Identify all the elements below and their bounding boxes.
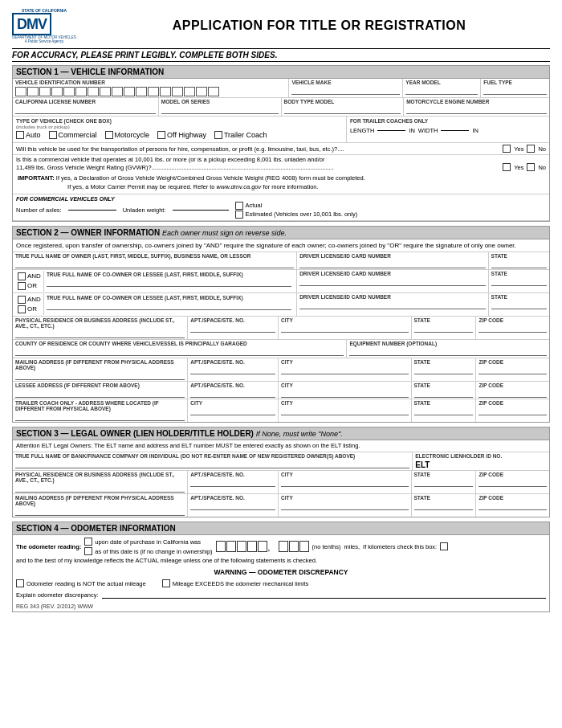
owner3-and-or: AND OR <box>15 294 44 315</box>
vin-box-10[interactable] <box>124 87 135 96</box>
make-input[interactable] <box>291 87 400 95</box>
apt-input[interactable] <box>190 325 275 333</box>
owner3-state-input[interactable] <box>491 301 547 309</box>
vin-box-12[interactable] <box>148 87 159 96</box>
owner1-name-input[interactable] <box>15 260 294 268</box>
vin-box-1[interactable] <box>15 87 26 96</box>
not-actual-checkbox[interactable] <box>16 579 24 587</box>
lessee-zip-input[interactable] <box>479 390 547 398</box>
lien-mailing-apt-input[interactable] <box>190 502 275 510</box>
vin-box-3[interactable] <box>39 87 51 96</box>
vin-box-6[interactable] <box>75 87 87 96</box>
trailer-addr-input[interactable] <box>15 413 185 421</box>
mailing-apt-input[interactable] <box>190 366 275 374</box>
commercial-yes-checkbox[interactable] <box>503 163 511 171</box>
owner2-and-checkbox[interactable] <box>18 272 26 280</box>
odo-box-8[interactable] <box>299 541 309 552</box>
vin-box-4[interactable] <box>51 87 63 96</box>
owner2-name-input[interactable] <box>47 279 291 287</box>
owner3-license-input[interactable] <box>299 301 485 309</box>
mailing-input[interactable] <box>15 372 185 380</box>
city-input[interactable] <box>281 325 409 333</box>
state-input[interactable] <box>414 325 474 333</box>
vin-box-9[interactable] <box>112 87 123 96</box>
commercial-q2-row: 11,499 lbs. Gross Vehicle Weight Rating … <box>16 163 546 171</box>
odo-box-1[interactable] <box>216 541 226 552</box>
year-input[interactable] <box>405 87 478 95</box>
vin-box-8[interactable] <box>100 87 111 96</box>
lien-mailing-zip-input[interactable] <box>479 502 547 510</box>
owner2-or-checkbox[interactable] <box>18 282 26 290</box>
owner2-license-input[interactable] <box>299 278 485 286</box>
hire-no-checkbox[interactable] <box>527 145 535 153</box>
zip-input[interactable] <box>479 325 547 333</box>
asof-checkbox[interactable] <box>84 547 92 555</box>
mailing-zip-input[interactable] <box>479 366 547 374</box>
equipment-input[interactable] <box>349 348 547 356</box>
owner1-license-input[interactable] <box>299 260 485 268</box>
vin-box-15[interactable] <box>184 87 195 96</box>
page-header: STATE OF CALIFORNIA DMV DEPARTMENT OF MO… <box>12 8 550 43</box>
vin-box-16[interactable] <box>196 87 207 96</box>
vin-box-5[interactable] <box>63 87 75 96</box>
owner3-or-checkbox[interactable] <box>18 305 26 313</box>
trailer-city-input[interactable] <box>190 407 275 415</box>
lien-zip-input[interactable] <box>479 479 547 487</box>
address-input[interactable] <box>15 330 185 338</box>
mailing-cell: MAILING ADDRESS (IF DIFFERENT FROM PHYSI… <box>13 358 188 381</box>
mailing-state-input[interactable] <box>414 366 474 374</box>
commercial-checkbox[interactable] <box>49 131 57 139</box>
vin-box-7[interactable] <box>88 87 99 96</box>
commercial-no-checkbox[interactable] <box>527 163 535 171</box>
estimated-checkbox[interactable] <box>235 211 243 219</box>
state-cell: STATE <box>412 317 477 339</box>
model-input[interactable] <box>161 106 279 114</box>
actual-checkbox[interactable] <box>235 202 243 210</box>
owner3-and-checkbox[interactable] <box>18 296 26 304</box>
trailer-city2-input[interactable] <box>281 407 409 415</box>
bank-input[interactable] <box>15 460 409 468</box>
odo-box-4[interactable] <box>247 541 257 552</box>
odo-box-6[interactable] <box>279 541 288 552</box>
odo-box-5[interactable] <box>258 541 267 552</box>
body-input[interactable] <box>284 106 401 114</box>
county-input[interactable] <box>15 348 344 356</box>
auto-checkbox[interactable] <box>16 131 24 139</box>
owner3-name-input[interactable] <box>47 302 291 310</box>
lien-mailing-state-input[interactable] <box>414 502 474 510</box>
lien-city-input[interactable] <box>281 479 409 487</box>
elt-id-cell: ELECTRONIC LIENHOLDER ID NO. ELT <box>413 452 549 470</box>
mailing-city-input[interactable] <box>281 366 409 374</box>
trailer-zip-input[interactable] <box>479 407 547 415</box>
hire-yes-checkbox[interactable] <box>503 145 511 153</box>
vin-box-13[interactable] <box>160 87 171 96</box>
trailer-checkbox[interactable] <box>214 131 222 139</box>
lien-mailing-input[interactable] <box>15 508 185 516</box>
license-input[interactable] <box>15 106 156 114</box>
lessee-state-input[interactable] <box>414 390 474 398</box>
odo-box-3[interactable] <box>237 541 246 552</box>
odo-box-7[interactable] <box>289 541 299 552</box>
vin-box-2[interactable] <box>27 87 39 96</box>
odo-box-2[interactable] <box>226 541 236 552</box>
lessee-city-input[interactable] <box>281 390 409 398</box>
lien-mailing-city-input[interactable] <box>281 502 409 510</box>
motorcycle-checkbox[interactable] <box>105 131 113 139</box>
vin-box-11[interactable] <box>136 87 147 96</box>
lien-apt-input[interactable] <box>190 479 275 487</box>
owner1-state-input[interactable] <box>491 260 547 268</box>
lien-state-input[interactable] <box>414 479 474 487</box>
vin-box-17[interactable] <box>208 87 219 96</box>
lien-addr-input[interactable] <box>15 485 185 493</box>
fuel-input[interactable] <box>483 87 547 95</box>
engine-input[interactable] <box>406 106 547 114</box>
trailer-state-input[interactable] <box>414 407 474 415</box>
lessee-input[interactable] <box>15 390 185 398</box>
vin-box-14[interactable] <box>172 87 183 96</box>
kilometers-checkbox[interactable] <box>440 542 448 550</box>
owner2-state-input[interactable] <box>491 278 547 286</box>
exceeds-checkbox[interactable] <box>162 579 170 587</box>
upon-checkbox[interactable] <box>84 538 92 546</box>
lessee-apt-input[interactable] <box>190 390 275 398</box>
offhighway-checkbox[interactable] <box>157 131 165 139</box>
